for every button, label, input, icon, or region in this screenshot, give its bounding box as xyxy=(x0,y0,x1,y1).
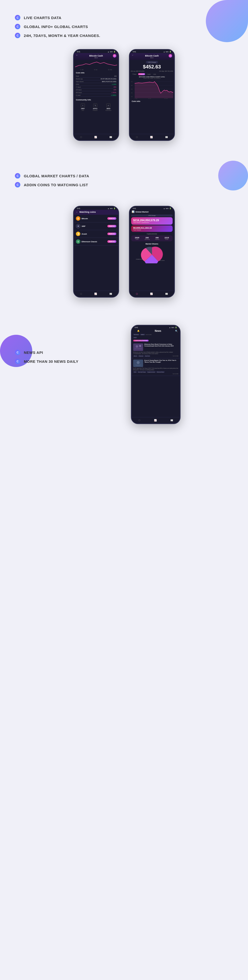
community-reddit: r/ 36833 Subscribers xyxy=(105,103,111,111)
news-tags-row: Blockchain BitMEX Oct 20, 2018 xyxy=(132,333,180,336)
nav-news-2[interactable]: 📰 xyxy=(165,136,168,138)
xrp-remove-btn[interactable]: REMOVE xyxy=(107,225,116,228)
back-arrow-2[interactable]: ← xyxy=(132,54,134,56)
coin-info-section: Coin info Rank # 9 Market cap $7,877,865… xyxy=(74,71,118,98)
nav-chart-5[interactable]: 📈 xyxy=(154,419,157,422)
news-1-title: Ethereum Devs Reach Consensus to Delay C… xyxy=(144,344,178,347)
feature-text-1: LIVE CHARTS DATA xyxy=(24,16,62,20)
pie-chart-area: OTHERS 32.5% BTC 32.9% LTC 13% xyxy=(130,245,174,264)
eye-icon-1[interactable]: 👁 xyxy=(113,54,116,57)
feature-icon-7 xyxy=(15,359,20,364)
svg-text:6. Oct: 6. Oct xyxy=(148,98,151,99)
back-arrow-1[interactable]: ← xyxy=(76,54,78,56)
coin-watch-bitcoin: ₿ Bitcoin REMOVE xyxy=(74,215,118,223)
nav-home-3[interactable]: ⬡ xyxy=(80,293,82,295)
status-bar-2: 9:41 ▲WiFi🔋 xyxy=(130,50,174,53)
tag-blockchain[interactable]: Blockchain xyxy=(133,334,139,335)
news-item-1: Ethereum Devs Reach Consensus to Delay C… xyxy=(132,342,180,358)
nav-news[interactable]: 📰 xyxy=(110,136,112,138)
twitter-icon: 𝕏 xyxy=(93,103,97,107)
tab-1month[interactable]: 1 month xyxy=(138,73,145,75)
chart-labels-1: 1. Oct 8. Oct 15. Oct xyxy=(74,69,118,71)
nav-chart[interactable]: 📈 xyxy=(94,136,97,138)
tag-crypto-exchange[interactable]: Cryptocurrency Exchange xyxy=(133,340,149,342)
currency-select[interactable]: USD Change xyxy=(146,61,158,64)
nav-chart-3[interactable]: 📈 xyxy=(94,293,97,295)
news-tags-row-3: Cryptocurrency Exchange xyxy=(132,339,180,342)
bottom-nav-5: ⬡ 📈 📰 xyxy=(132,417,180,423)
etc-remove-btn[interactable]: REMOVE xyxy=(107,240,116,243)
feature-item-2: GLOBAL INFO+ GLOBAL CHARTS xyxy=(15,24,233,29)
news-2-body: An EY report into 'The Class of 2017' IC… xyxy=(133,368,178,371)
tab-max[interactable]: max xyxy=(152,73,157,75)
search-icon[interactable]: 🔍 xyxy=(175,330,178,332)
nav-news-5[interactable]: 📰 xyxy=(170,419,173,422)
chart-subtitle: PINCH THE CHART TO ZOOM IN xyxy=(130,78,174,79)
nav-chart-2[interactable]: 📈 xyxy=(150,136,153,138)
news-img-2 xyxy=(133,360,143,367)
zec-icon: Ƶ xyxy=(76,232,80,236)
global-currency-label[interactable]: USD Change xyxy=(131,215,173,216)
info-7d: (7 days) -20% xyxy=(76,86,116,89)
watching-header: ← Watching coins xyxy=(74,210,118,215)
nav-home[interactable]: ⬡ xyxy=(80,136,82,138)
market-cap-value: $216,264,050,579.29 xyxy=(133,219,171,222)
tab-7days[interactable]: 7 Days xyxy=(131,73,137,75)
feature-icon-2 xyxy=(15,24,20,29)
feature-icon-6 xyxy=(15,350,20,355)
price-range: 24h-Low: $467.68 (USD) 24h-High: $447.38… xyxy=(130,70,174,72)
watching-title: Watching coins xyxy=(79,211,96,213)
bottom-nav-2: ⬡ 📈 📰 xyxy=(130,134,174,140)
status-bar-5: 9:41 ▲WiFi🔋 xyxy=(132,326,180,329)
info-30d: (30 days) -10% xyxy=(76,89,116,91)
market-cap-label: Total Market Capitalization xyxy=(133,222,171,223)
news-bell-icon: 🔔 xyxy=(137,330,140,332)
svg-rect-17 xyxy=(133,344,143,351)
phone-news: 9:41 ▲WiFi🔋 🔔 News 🔍 xyxy=(131,325,181,424)
tag-tether[interactable]: tether xyxy=(133,337,137,338)
feature-icon-4 xyxy=(15,173,20,178)
feature-icon-5 xyxy=(15,182,20,188)
svg-text:LTC 13%: LTC 13% xyxy=(149,262,154,263)
global-chart-icon: 📊 xyxy=(132,210,134,213)
eye-icon-2[interactable]: 👁 xyxy=(169,54,172,57)
svg-point-19 xyxy=(139,345,141,347)
feature-item-3: 24H, 7DAYS, MONTH & YEAR CHANGES. xyxy=(15,33,233,38)
community-twitter: 𝕏 107411 Followers xyxy=(93,103,97,111)
nav-home-5[interactable]: ⬡ xyxy=(138,419,140,422)
nav-chart-4[interactable]: 📈 xyxy=(150,293,153,295)
nav-home-4[interactable]: ⬡ xyxy=(136,293,138,295)
bitcoin-remove-btn[interactable]: REMOVE xyxy=(107,217,116,220)
back-arrow-3[interactable]: ← xyxy=(76,211,78,213)
news-header: 🔔 News 🔍 xyxy=(132,329,180,333)
news-1-body: Ethereum core devs have officially decid… xyxy=(133,352,178,355)
feature-text-4: GLOBAL MARKET CHARTS / DATA xyxy=(24,174,89,178)
tab-1year[interactable]: 1 year xyxy=(146,73,151,75)
community-info-title: Community info xyxy=(76,99,116,101)
feature-item-7: MORE THAN 30 NEWS DAILY xyxy=(15,359,78,364)
zcash-remove-btn[interactable]: REMOVE xyxy=(107,232,116,235)
info-60d: (60 Days) -1.553% xyxy=(76,91,116,94)
time-tabs: 7 Days 1 month 1 year max xyxy=(130,73,174,76)
nav-news-4[interactable]: 📰 xyxy=(165,293,168,295)
zec-name: Zcash xyxy=(82,233,87,235)
nav-news-3[interactable]: 📰 xyxy=(110,293,112,295)
news-2-tags: ICOs Ernst and Young Cryptocurrencies Et… xyxy=(133,371,178,373)
coin-symbol-1: BCH xyxy=(89,57,103,59)
mini-chart-1 xyxy=(74,60,118,69)
news-tags-row-2: tether xyxy=(132,336,180,339)
count-active: 2929 Active xyxy=(135,237,139,240)
coin-watch-etc: ⟠ Ethereum Classic REMOVE xyxy=(74,238,118,245)
info-rank: Rank # 9 xyxy=(76,75,116,78)
svg-text:1. Oct: 1. Oct xyxy=(135,98,138,99)
coin-info-title: Coin info xyxy=(76,72,116,74)
nav-home-2[interactable]: ⬡ xyxy=(136,136,138,138)
total-volume-label: Total Volume xyxy=(133,229,171,231)
feature-text-6: NEWS API xyxy=(24,350,43,355)
phone-coin-info: 9:41 ▲WiFi🔋 ← Bitcoin Cash BCH 👁 xyxy=(73,49,119,141)
feature-text-5: ADDIN COINS TO WATCHING LIST xyxy=(24,183,88,187)
price-chart-area: 350 300 250 200 150 xyxy=(130,80,174,99)
news-1-tags: Altcoin Ethereum Hard Fork Oct 20, 2018 xyxy=(133,355,178,357)
feature-item-1: LIVE CHARTS DATA xyxy=(15,15,233,20)
tag-bitmex[interactable]: BitMEX xyxy=(140,334,145,335)
